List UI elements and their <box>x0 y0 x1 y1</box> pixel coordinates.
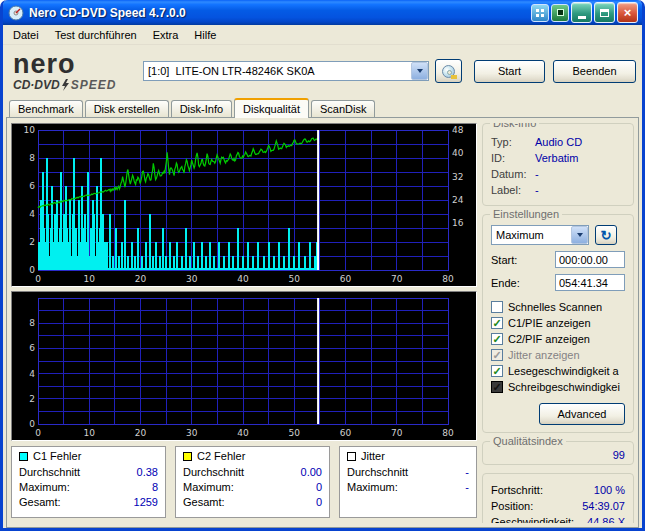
checkbox-label: C1/PIE anzeigen <box>508 317 591 329</box>
stat-label: Maximum: <box>19 480 70 495</box>
drive-select[interactable]: [1:0] LITE-ON LTR-48246K SK0A <box>143 61 429 81</box>
stat-row: Maximum:- <box>347 480 469 495</box>
minimize-button[interactable] <box>571 2 592 23</box>
progress-group: Fortschritt:100 %Position:54:39.07Geschw… <box>482 473 634 523</box>
checkbox-lesegeschwindigkeit-a[interactable]: ✓Lesegeschwindigkeit a <box>491 363 625 379</box>
app-window: Nero CD-DVD Speed 4.7.0.0 × DateiTest du… <box>0 0 645 531</box>
disk-info-value: Verbatim <box>535 150 578 166</box>
disk-info-row: Label:- <box>491 182 625 198</box>
svg-text:50: 50 <box>289 274 301 284</box>
start-button[interactable]: Start <box>474 60 545 83</box>
svg-text:80: 80 <box>442 274 454 284</box>
svg-text:6: 6 <box>29 343 35 353</box>
quit-button[interactable]: Beenden <box>553 60 636 83</box>
checkbox-schreibgeschwindigkei[interactable]: ✓Schreibgeschwindigkei <box>491 379 625 395</box>
disk-info-row: Datum:- <box>491 166 625 182</box>
tab-benchmark[interactable]: Benchmark <box>9 100 83 117</box>
disk-info-group: Disk-Info Typ:Audio CDID:VerbatimDatum:-… <box>482 123 634 206</box>
svg-text:60: 60 <box>340 274 352 284</box>
lightning-bolt-icon <box>61 79 70 91</box>
c2-fehler-swatch-icon <box>183 452 192 461</box>
tab-diskqualit-t[interactable]: Diskqualität <box>234 98 309 118</box>
settings-title: Einstellungen <box>490 208 562 220</box>
advanced-button[interactable]: Advanced <box>539 403 625 425</box>
start-time-input[interactable] <box>555 251 625 268</box>
chevron-down-icon[interactable] <box>571 226 588 244</box>
checkbox-icon[interactable]: ✓ <box>491 381 503 393</box>
titlebar-extra-button-1[interactable] <box>531 4 549 22</box>
checkbox-jitter-anzeigen[interactable]: ✓Jitter anzeigen <box>491 347 625 363</box>
svg-text:2: 2 <box>29 237 35 247</box>
maximize-button[interactable] <box>594 2 615 23</box>
checkbox-c2-pif-anzeigen[interactable]: ✓C2/PIF anzeigen <box>491 331 625 347</box>
svg-text:40: 40 <box>237 428 249 438</box>
checkbox-icon[interactable] <box>491 301 503 313</box>
checkbox-icon[interactable]: ✓ <box>491 365 503 377</box>
stat-value: 0 <box>316 495 322 510</box>
start-time-label: Start: <box>491 254 517 266</box>
speed-select[interactable]: Maximum <box>491 225 589 245</box>
svg-text:20: 20 <box>135 428 147 438</box>
stat-label: Durchschnitt <box>183 465 244 480</box>
minimize-icon <box>578 16 586 19</box>
close-button[interactable]: × <box>617 2 638 23</box>
checkbox-c1-pie-anzeigen[interactable]: ✓C1/PIE anzeigen <box>491 315 625 331</box>
menubar: DateiTest durchführenExtraHilfe <box>3 25 642 45</box>
checkbox-schnelles-scannen[interactable]: Schnelles Scannen <box>491 299 625 315</box>
stat-row: Maximum:0 <box>183 480 322 495</box>
disk-info-title: Disk-Info <box>490 123 539 129</box>
svg-text:70: 70 <box>391 428 403 438</box>
stat-panel-c2-fehler: C2 FehlerDurchschnitt0.00Maximum:0Gesamt… <box>175 446 330 518</box>
disk-quality-page: 0246810162432404801020304050607080 02468… <box>6 117 639 528</box>
stat-value: - <box>465 480 469 495</box>
menu-item-hilfe[interactable]: Hilfe <box>186 26 224 44</box>
grid-icon <box>536 9 544 17</box>
tab-disk-info[interactable]: Disk-Info <box>171 100 232 117</box>
stat-row: Durchschnitt- <box>347 465 469 480</box>
disk-info-value: Audio CD <box>535 134 582 150</box>
checkbox-label: Schnelles Scannen <box>508 301 602 313</box>
progress-label: Position: <box>491 498 533 514</box>
titlebar-extra-button-2[interactable] <box>551 4 569 22</box>
svg-text:30: 30 <box>186 428 198 438</box>
svg-text:60: 60 <box>340 428 352 438</box>
titlebar[interactable]: Nero CD-DVD Speed 4.7.0.0 × <box>3 0 642 25</box>
disk-info-label: Datum: <box>491 166 535 182</box>
nero-logo: nero CD·DVD SPEED <box>9 51 135 91</box>
progress-label: Fortschritt: <box>491 482 543 498</box>
stat-value: 0 <box>316 480 322 495</box>
svg-text:2: 2 <box>29 394 35 404</box>
progress-label: Geschwindigkeit: <box>491 514 574 523</box>
stat-panel-title: C2 Fehler <box>197 450 245 462</box>
square-icon <box>557 9 564 16</box>
checkbox-label: Jitter anzeigen <box>508 349 580 361</box>
refresh-button[interactable]: ↻ <box>595 225 617 245</box>
window-title: Nero CD-DVD Speed 4.7.0.0 <box>29 6 531 20</box>
checkbox-icon[interactable]: ✓ <box>491 349 503 361</box>
checkbox-label: C2/PIF anzeigen <box>508 333 590 345</box>
menu-item-extra[interactable]: Extra <box>145 26 187 44</box>
stats-row: C1 FehlerDurchschnitt0.38Maximum:8Gesamt… <box>11 446 477 523</box>
toolbar: nero CD·DVD SPEED [1:0] LITE-ON LTR-4824… <box>3 45 642 97</box>
end-time-input[interactable] <box>555 274 625 291</box>
stat-value: - <box>465 465 469 480</box>
stat-panel-title: Jitter <box>361 450 385 462</box>
checkbox-icon[interactable]: ✓ <box>491 333 503 345</box>
menu-item-test-durchf-hren[interactable]: Test durchführen <box>47 26 145 44</box>
c2-error-chart: 0246801020304050607080 <box>11 291 477 441</box>
charts-column: 0246810162432404801020304050607080 02468… <box>11 123 477 523</box>
stat-value: 0.38 <box>137 465 158 480</box>
tab-scandisk[interactable]: ScanDisk <box>311 100 375 117</box>
chevron-down-icon[interactable] <box>411 62 428 80</box>
settings-group: Einstellungen Maximum ↻ Start: E <box>482 214 634 433</box>
checkbox-icon[interactable]: ✓ <box>491 317 503 329</box>
menu-item-datei[interactable]: Datei <box>5 26 47 44</box>
svg-text:4: 4 <box>29 209 35 219</box>
tab-disk-erstellen[interactable]: Disk erstellen <box>85 100 169 117</box>
eject-button[interactable] <box>435 59 462 83</box>
stat-label: Gesamt: <box>183 495 225 510</box>
svg-text:40: 40 <box>237 274 249 284</box>
drive-select-value: [1:0] LITE-ON LTR-48246K SK0A <box>144 65 411 77</box>
quality-index-label: Qualitätsindex <box>490 435 566 447</box>
disk-info-label: Typ: <box>491 134 535 150</box>
